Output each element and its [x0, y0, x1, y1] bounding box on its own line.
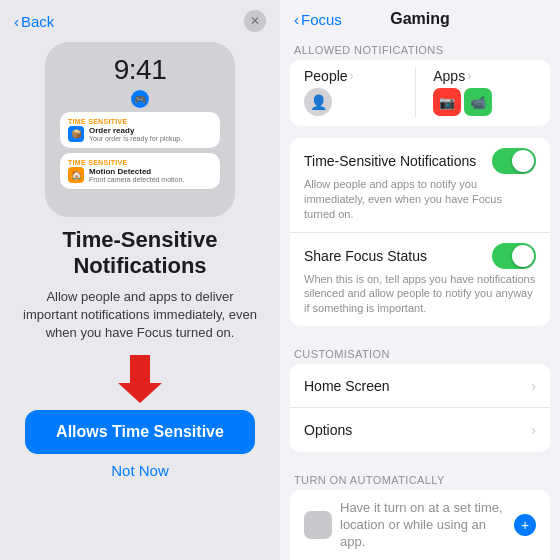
apps-label: Apps — [433, 68, 465, 84]
focus-icon: 🎮 — [131, 90, 149, 108]
close-icon: ✕ — [250, 14, 260, 28]
notif-label-1: TIME SENSITIVE — [68, 118, 212, 125]
vertical-divider — [415, 68, 416, 118]
left-desc: Allow people and apps to deliver importa… — [0, 288, 280, 343]
apps-item[interactable]: Apps › 📷 📹 — [423, 68, 536, 118]
notif-app-icon-1: 📦 — [68, 126, 84, 142]
toggle-knob-2 — [512, 245, 534, 267]
time-sensitive-desc: Allow people and apps to notify you imme… — [304, 177, 536, 222]
right-back-button[interactable]: ‹ Focus — [294, 11, 342, 28]
people-apps-row: People › 👤 Apps › 📷 📹 — [290, 60, 550, 126]
toggle-knob — [512, 150, 534, 172]
home-screen-label: Home Screen — [304, 378, 531, 394]
customisation-label: CUSTOMISATION — [280, 338, 560, 364]
person-avatar-icon: 👤 — [304, 88, 332, 116]
left-back-button[interactable]: ‹ Back — [14, 13, 54, 30]
notifications-settings-group: Time-Sensitive Notifications Allow peopl… — [290, 138, 550, 326]
options-row[interactable]: Options › — [290, 408, 550, 452]
auto-group: Have it turn on at a set time, location … — [290, 490, 550, 560]
apps-chevron: › — [467, 69, 471, 83]
time-sensitive-row: Time-Sensitive Notifications Allow peopl… — [290, 138, 550, 233]
left-top-bar: ‹ Back ✕ — [0, 0, 280, 38]
share-focus-row: Share Focus Status When this is on, tell… — [290, 233, 550, 327]
options-chevron: › — [531, 422, 536, 438]
svg-marker-0 — [118, 355, 162, 403]
right-top-bar: ‹ Focus Gaming — [280, 0, 560, 34]
arrow-container — [0, 354, 280, 404]
share-focus-label: Share Focus Status — [304, 248, 492, 264]
right-panel: ‹ Focus Gaming ALLOWED NOTIFICATIONS Peo… — [280, 0, 560, 560]
app-icon-2: 📹 — [464, 88, 492, 116]
turn-on-automatically-label: TURN ON AUTOMATICALLY — [280, 464, 560, 490]
left-close-button[interactable]: ✕ — [244, 10, 266, 32]
down-arrow-icon — [110, 355, 170, 403]
allow-time-sensitive-button[interactable]: Allows Time Sensitive — [25, 410, 255, 454]
right-back-label: Focus — [301, 11, 342, 28]
phone-mockup: 9:41 🎮 TIME SENSITIVE 📦 Order ready Your… — [45, 42, 235, 217]
auto-icon — [304, 511, 332, 539]
app-icon-1: 📷 — [433, 88, 461, 116]
notif-title-1: Order ready — [89, 126, 212, 135]
phone-time: 9:41 — [114, 54, 167, 86]
people-item[interactable]: People › 👤 — [304, 68, 407, 118]
time-sensitive-label: Time-Sensitive Notifications — [304, 153, 492, 169]
notif-title-2: Motion Detected — [89, 167, 212, 176]
share-focus-desc: When this is on, tell apps you have noti… — [304, 272, 536, 317]
left-back-chevron: ‹ — [14, 13, 19, 30]
right-title: Gaming — [390, 10, 450, 28]
options-label: Options — [304, 422, 531, 438]
people-apps-group: People › 👤 Apps › 📷 📹 — [290, 60, 550, 126]
share-focus-toggle[interactable] — [492, 243, 536, 269]
notification-card-1: TIME SENSITIVE 📦 Order ready Your order … — [60, 112, 220, 148]
auto-add-button[interactable]: + — [514, 514, 536, 536]
home-screen-chevron: › — [531, 378, 536, 394]
home-screen-row[interactable]: Home Screen › — [290, 364, 550, 408]
notif-sub-1: Your order is ready for pickup. — [89, 135, 212, 142]
notif-app-icon-2: 🏠 — [68, 167, 84, 183]
notif-sub-2: Front camera detected motion. — [89, 176, 212, 183]
left-panel: ‹ Back ✕ 9:41 🎮 TIME SENSITIVE 📦 Order r… — [0, 0, 280, 560]
customisation-group: Home Screen › Options › — [290, 364, 550, 452]
people-chevron: › — [350, 69, 354, 83]
time-sensitive-toggle[interactable] — [492, 148, 536, 174]
auto-row[interactable]: Have it turn on at a set time, location … — [290, 490, 550, 560]
people-label: People — [304, 68, 348, 84]
left-back-label: Back — [21, 13, 54, 30]
notif-label-2: TIME SENSITIVE — [68, 159, 212, 166]
allowed-notifications-label: ALLOWED NOTIFICATIONS — [280, 34, 560, 60]
right-content: ALLOWED NOTIFICATIONS People › 👤 Apps — [280, 34, 560, 560]
left-heading: Time-Sensitive Notifications — [0, 227, 280, 280]
auto-desc: Have it turn on at a set time, location … — [340, 500, 506, 551]
right-back-chevron: ‹ — [294, 11, 299, 28]
notification-card-2: TIME SENSITIVE 🏠 Motion Detected Front c… — [60, 153, 220, 189]
not-now-button[interactable]: Not Now — [111, 462, 169, 479]
